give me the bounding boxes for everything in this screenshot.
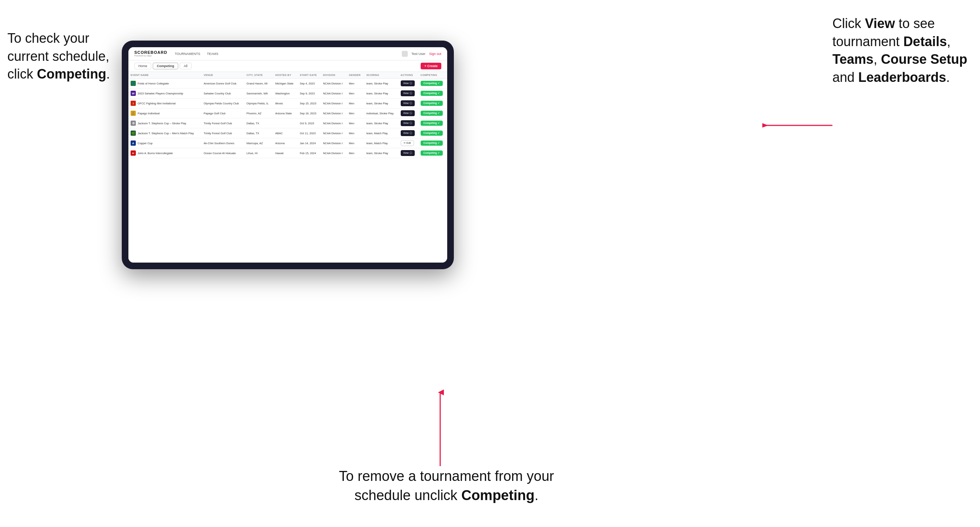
- view-button[interactable]: View ⓘ: [401, 80, 415, 86]
- cell-city-state: Sammamish, WA: [244, 89, 273, 98]
- view-button[interactable]: View ⓘ: [401, 120, 415, 126]
- cell-venue: Trinity Forest Golf Club: [202, 129, 244, 138]
- cell-city-state: Dallas, TX: [244, 129, 273, 138]
- annotation-top-right: Click View to see tournament Details, Te…: [832, 15, 973, 86]
- brand-title: SCOREBOARD: [134, 51, 167, 55]
- event-name-cell: 🐾 Folds of Honor Collegiate: [129, 79, 202, 89]
- competing-cell: Competing ✓: [418, 118, 447, 129]
- user-label: Test User: [411, 52, 425, 56]
- actions-cell: ✏ Edit: [398, 138, 418, 148]
- actions-cell: View ⓘ: [398, 129, 418, 138]
- nav-links: TOURNAMENTS TEAMS: [175, 52, 402, 56]
- competing-button[interactable]: Competing ✓: [421, 141, 443, 146]
- actions-cell: View ⓘ: [398, 108, 418, 118]
- competing-cell: Competing ✓: [418, 89, 447, 98]
- cell-hosted-by: ABAC: [273, 129, 298, 138]
- event-name-cell: I OFCC Fighting Illini Invitational: [129, 98, 202, 108]
- navbar: SCOREBOARD Powered by clippi TOURNAMENTS…: [129, 47, 447, 60]
- event-name-cell: 🌿 Jackson T. Stephens Cup – Men's Match …: [129, 129, 202, 138]
- user-icon: [402, 51, 408, 57]
- col-hosted-by: HOSTED BY: [273, 72, 298, 79]
- view-button[interactable]: View ⓘ: [401, 130, 415, 136]
- edit-button[interactable]: ✏ Edit: [401, 140, 414, 146]
- all-button[interactable]: All: [180, 63, 191, 69]
- table-row: W 2023 Sahalee Players Championship Saha…: [129, 89, 447, 98]
- cell-start-date: Oct 11, 2023: [298, 129, 321, 138]
- cell-gender: Men: [347, 138, 364, 148]
- col-start-date: START DATE: [298, 72, 321, 79]
- table-row: H John A. Burns Intercollegiate Ocean Co…: [129, 148, 447, 158]
- create-button[interactable]: + Create: [421, 63, 441, 69]
- view-button[interactable]: View ⓘ: [401, 150, 415, 156]
- brand-logo: SCOREBOARD Powered by clippi: [134, 51, 167, 57]
- cell-hosted-by: Michigan State: [273, 79, 298, 89]
- view-button[interactable]: View ⓘ: [401, 90, 415, 96]
- event-name: 2023 Sahalee Players Championship: [138, 92, 183, 95]
- cell-scoring: team, Stroke Play: [364, 98, 398, 108]
- tablet-screen: SCOREBOARD Powered by clippi TOURNAMENTS…: [129, 47, 447, 263]
- brand-subtitle: Powered by clippi: [134, 55, 167, 57]
- cell-start-date: Sep 9, 2023: [298, 89, 321, 98]
- col-venue: VENUE: [202, 72, 244, 79]
- event-name: John A. Burns Intercollegiate: [138, 152, 173, 155]
- competing-cell: Competing ✓: [418, 108, 447, 118]
- cell-gender: Men: [347, 129, 364, 138]
- competing-cell: Competing ✓: [418, 129, 447, 138]
- event-name: Folds of Honor Collegiate: [138, 82, 169, 85]
- cell-hosted-by: Arizona: [273, 138, 298, 148]
- competing-button[interactable]: Competing ✓: [421, 111, 443, 116]
- cell-division: NCAA Division I: [321, 98, 347, 108]
- cell-gender: Men: [347, 98, 364, 108]
- cell-scoring: individual, Stroke Play: [364, 108, 398, 118]
- cell-hosted-by: Illinois: [273, 98, 298, 108]
- cell-start-date: Jan 14, 2024: [298, 138, 321, 148]
- col-actions: ACTIONS: [398, 72, 418, 79]
- cell-venue: Ak-Chin Southern Dunes: [202, 138, 244, 148]
- nav-tournaments[interactable]: TOURNAMENTS: [175, 52, 200, 56]
- actions-cell: View ⓘ: [398, 148, 418, 158]
- competing-button[interactable]: Competing ✓: [421, 151, 443, 156]
- view-button[interactable]: View ⓘ: [401, 100, 415, 106]
- col-event-name: EVENT NAME: [129, 72, 202, 79]
- event-name-cell: W 2023 Sahalee Players Championship: [129, 89, 202, 98]
- competing-button[interactable]: Competing ✓: [421, 101, 443, 106]
- cell-division: NCAA Division I: [321, 118, 347, 129]
- actions-cell: View ⓘ: [398, 79, 418, 89]
- cell-start-date: Feb 15, 2024: [298, 148, 321, 158]
- col-scoring: SCORING: [364, 72, 398, 79]
- col-division: DIVISION: [321, 72, 347, 79]
- event-name-cell: H John A. Burns Intercollegiate: [129, 148, 202, 158]
- nav-right: Test User Sign out: [402, 51, 441, 57]
- competing-filter-button[interactable]: Competing: [153, 63, 178, 69]
- cell-city-state: Lihue, HI: [244, 148, 273, 158]
- cell-division: NCAA Division I: [321, 129, 347, 138]
- cell-gender: Men: [347, 148, 364, 158]
- cell-hosted-by: Washington: [273, 89, 298, 98]
- cell-division: NCAA Division I: [321, 148, 347, 158]
- competing-cell: Competing ✓: [418, 148, 447, 158]
- cell-city-state: Maricopa, AZ: [244, 138, 273, 148]
- table-row: ⚙ Jackson T. Stephens Cup – Stroke Play …: [129, 118, 447, 129]
- cell-scoring: team, Stroke Play: [364, 89, 398, 98]
- signout-link[interactable]: Sign out: [429, 52, 441, 56]
- event-name: Copper Cup: [138, 141, 153, 145]
- competing-button[interactable]: Competing ✓: [421, 121, 443, 126]
- cell-gender: Men: [347, 79, 364, 89]
- competing-button[interactable]: Competing ✓: [421, 81, 443, 86]
- actions-cell: View ⓘ: [398, 118, 418, 129]
- event-name: Jackson T. Stephens Cup – Men's Match Pl…: [138, 132, 194, 135]
- cell-hosted-by: Arizona State: [273, 108, 298, 118]
- nav-teams[interactable]: TEAMS: [207, 52, 218, 56]
- cell-scoring: team, Stroke Play: [364, 118, 398, 129]
- home-button[interactable]: Home: [134, 63, 151, 69]
- competing-button[interactable]: Competing ✓: [421, 130, 443, 136]
- cell-division: NCAA Division I: [321, 138, 347, 148]
- cell-venue: Sahalee Country Club: [202, 89, 244, 98]
- cell-division: NCAA Division I: [321, 89, 347, 98]
- cell-city-state: Phoenix, AZ: [244, 108, 273, 118]
- actions-cell: View ⓘ: [398, 89, 418, 98]
- competing-button[interactable]: Competing ✓: [421, 91, 443, 96]
- annotation-top-left: To check your current schedule, click Co…: [7, 30, 133, 83]
- actions-cell: View ⓘ: [398, 98, 418, 108]
- view-button[interactable]: View ⓘ: [401, 110, 415, 116]
